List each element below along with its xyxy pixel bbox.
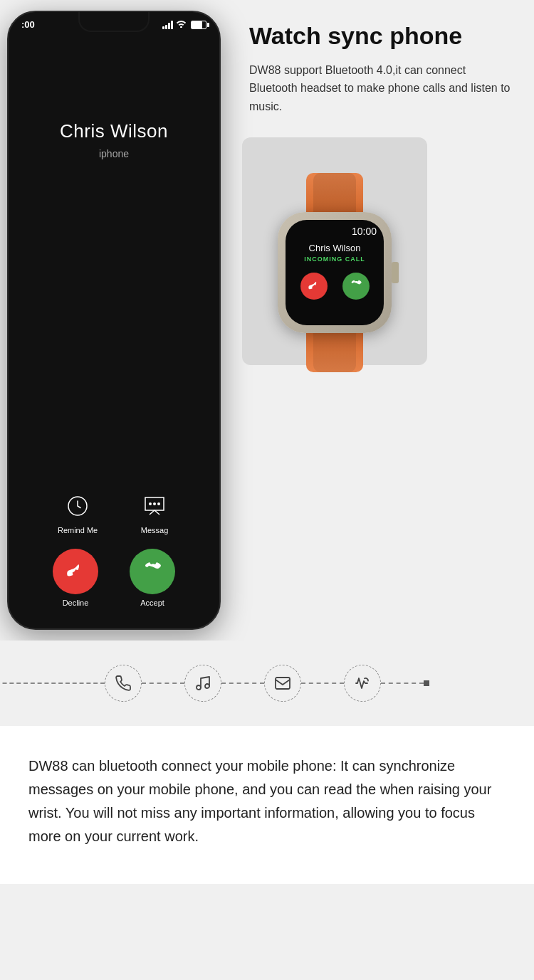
accept-button[interactable] <box>130 549 175 594</box>
conn-dashed-2 <box>221 683 264 684</box>
message-icon <box>139 490 170 522</box>
remind-label: Remind Me <box>58 526 98 534</box>
watch-case: 10:00 Chris Wilson INCOMING CALL <box>278 212 392 333</box>
watch-crown <box>392 262 399 283</box>
wifi-icon <box>176 19 187 30</box>
watch-caller-name: Chris Wilson <box>293 243 377 253</box>
heart-icon-circle <box>344 665 381 702</box>
bottom-section: DW88 can bluetooth connect your mobile p… <box>0 726 534 884</box>
accept-label: Accept <box>140 599 164 607</box>
conn-dashed-1 <box>142 683 184 684</box>
message-item: Messag <box>139 490 170 534</box>
feature-desc: DW88 support Bluetooth 4.0,it can connec… <box>249 61 516 116</box>
watch-call-buttons <box>293 273 377 300</box>
caller-type: iphone <box>99 148 129 159</box>
watch-incoming-call: INCOMING CALL <box>293 255 377 263</box>
svg-point-1 <box>149 502 152 505</box>
watch-decline-button[interactable] <box>300 273 328 300</box>
phone-device: :00 <box>7 11 221 630</box>
watch-container: 10:00 Chris Wilson INCOMING CALL <box>242 137 427 365</box>
watch-screen: 10:00 Chris Wilson INCOMING CALL <box>286 220 384 325</box>
bottom-description: DW88 can bluetooth connect your mobile p… <box>28 754 506 848</box>
watch-accept-button[interactable] <box>342 273 370 300</box>
svg-point-2 <box>153 502 156 505</box>
connection-section: ♪ <box>0 641 534 726</box>
phone-actions-top: Remind Me <box>9 490 219 534</box>
conn-dashed-3 <box>301 683 344 684</box>
status-icons <box>162 19 206 30</box>
phone-content: Chris Wilson iphone Remin <box>9 42 219 628</box>
caller-name: Chris Wilson <box>60 120 168 142</box>
caller-section: Chris Wilson iphone <box>9 78 219 490</box>
phone-call-buttons: Decline Accept <box>9 549 219 607</box>
phone-notch <box>78 12 150 32</box>
status-time: :00 <box>21 19 35 30</box>
feature-title: Watch sync phone <box>249 21 462 51</box>
watch-device: 10:00 Chris Wilson INCOMING CALL <box>271 173 399 330</box>
decline-wrapper[interactable]: Decline <box>53 549 98 607</box>
svg-point-3 <box>157 502 160 505</box>
decline-button[interactable] <box>53 549 98 594</box>
svg-point-5 <box>205 684 209 688</box>
connection-icons-row: ♪ <box>105 665 381 702</box>
phone-icon-circle <box>105 665 142 702</box>
message-label: Messag <box>141 526 169 534</box>
accept-wrapper[interactable]: Accept <box>130 549 175 607</box>
battery-icon <box>191 21 206 29</box>
signal-icon <box>162 21 173 29</box>
svg-rect-6 <box>276 678 290 689</box>
watch-time: 10:00 <box>293 226 377 237</box>
watch-bg: 10:00 Chris Wilson INCOMING CALL <box>242 137 427 365</box>
phone-screen: :00 <box>9 12 219 628</box>
remind-me-item: Remind Me <box>58 490 98 534</box>
phone-wrapper: :00 <box>0 0 235 641</box>
remind-icon <box>62 490 93 522</box>
svg-point-4 <box>197 685 201 690</box>
decline-label: Decline <box>63 599 89 607</box>
mail-icon-circle <box>264 665 301 702</box>
music-icon-circle: ♪ <box>184 665 221 702</box>
right-panel: Watch sync phone DW88 support Bluetooth … <box>235 0 534 641</box>
